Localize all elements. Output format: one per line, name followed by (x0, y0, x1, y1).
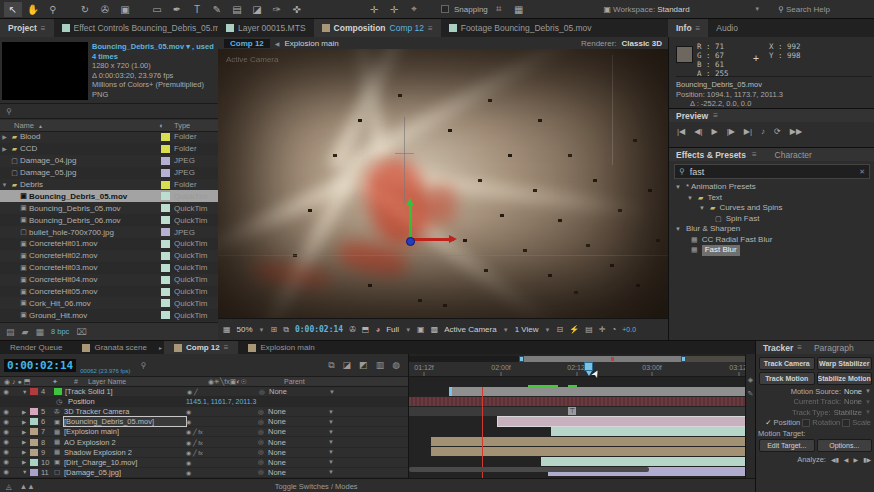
tab-tracker[interactable]: Tracker (763, 343, 793, 353)
camera-view-dropdown-arrow[interactable]: ▼ (503, 327, 509, 333)
footage-info-name[interactable]: Bouncing_Debris_05.mov ▾ , used 4 times (92, 42, 216, 61)
label-color-chip[interactable] (161, 276, 170, 284)
file-row[interactable]: ▣ConcreteHit03.movQuickTim (0, 262, 218, 274)
label-color-chip[interactable] (161, 264, 170, 272)
tab-character[interactable]: Character (775, 150, 812, 160)
analyze-forward-1-button[interactable]: ▮▶ (863, 456, 871, 463)
parent-pickwhip-icon[interactable]: ◎ (258, 448, 268, 456)
parent-dropdown-arrow[interactable]: ▼ (328, 429, 334, 435)
tab-footage[interactable]: Footage Bouncing_Debris_05.mov (441, 19, 600, 37)
horizontal-scrollbar[interactable] (409, 467, 649, 472)
tab-composition[interactable]: Composition Comp 12 ≡ (314, 19, 441, 37)
label-color-chip[interactable] (30, 439, 38, 446)
current-track-select[interactable]: None (844, 397, 862, 406)
column-layer-name[interactable]: Layer Name (88, 378, 208, 385)
visibility-eye-icon[interactable]: ◉ (0, 448, 12, 456)
comp-nav-back-icon[interactable]: ◀ (275, 40, 280, 47)
new-composition-icon[interactable]: ▦ (35, 327, 44, 337)
new-folder-icon[interactable]: ▰ (22, 327, 29, 337)
panel-menu-icon[interactable]: ≡ (41, 24, 46, 33)
twirl-icon[interactable]: ▶ (22, 419, 30, 425)
parent-dropdown-arrow[interactable]: ▼ (329, 389, 335, 395)
label-color-chip[interactable] (30, 449, 38, 456)
twirl-icon[interactable]: ▶ (0, 133, 9, 140)
shape-tool-icon[interactable]: ▭ (148, 2, 166, 17)
camera-tool-icon[interactable]: ✇ (96, 2, 114, 17)
file-row[interactable]: ▣ConcreteHit04.movQuickTim (0, 274, 218, 286)
label-color-chip[interactable] (161, 204, 170, 212)
parent-pickwhip-icon[interactable]: ◎ (259, 388, 269, 396)
scale-checkbox[interactable] (842, 419, 850, 427)
panel-menu-icon[interactable]: ≡ (428, 24, 433, 33)
rotate-tool-icon[interactable]: ↻ (76, 2, 94, 17)
time-drag-handle[interactable]: ⊤ (568, 407, 576, 415)
visibility-eye-icon[interactable]: ◉ (0, 428, 12, 436)
parent-pickwhip-icon[interactable]: ◎ (258, 438, 268, 446)
time-ruler[interactable]: 01:12f 02:00f 02:12f 03:00f 03:12f (409, 362, 746, 377)
parent-pickwhip-icon[interactable]: ◎ (258, 468, 268, 476)
workspace-dropdown-arrow[interactable]: ▼ (754, 6, 760, 12)
position-value[interactable]: 1145.1, 1161.7, 2011.3 (186, 398, 256, 405)
renderer-button[interactable]: Classic 3D (622, 39, 662, 48)
channel-icon[interactable]: ◕ (375, 325, 380, 334)
tab-granata-scene[interactable]: Granata scene (72, 341, 156, 354)
property-row-position[interactable]: ◷ Position 1145.1, 1161.7, 2011.3 (0, 397, 408, 407)
analyze-forward-button[interactable]: ▶ (853, 456, 858, 463)
ram-preview-button[interactable]: ▶▶ (790, 127, 802, 136)
safe-margins-icon[interactable]: ⊞ (271, 325, 278, 334)
tab-audio[interactable]: Audio (708, 19, 746, 37)
layer-row[interactable]: ◉ ▼ 11 ▢ [Damage_05.jpg] ◉ ◎ None ▼ (0, 468, 408, 478)
label-color-chip[interactable] (161, 169, 170, 177)
type-tool-icon[interactable]: T (188, 2, 206, 17)
label-color-chip[interactable] (161, 157, 170, 165)
graph-editor-icon[interactable]: ✎ (748, 390, 754, 398)
hide-shy-layers-icon[interactable]: ◩ (359, 360, 368, 370)
tree-node[interactable]: ▼▰Text (675, 193, 874, 204)
position-checkbox[interactable]: Position (774, 418, 801, 427)
view-axis-mode-icon[interactable]: ⌖ (405, 2, 423, 17)
parent-select[interactable]: None (268, 448, 328, 457)
parent-select[interactable]: None (268, 438, 328, 447)
view-layout-select[interactable]: 1 View (515, 325, 539, 334)
tab-project[interactable]: Project ≡ (0, 19, 54, 37)
layer-bar-camera[interactable] (409, 407, 746, 416)
transparency-grid-icon[interactable]: ▩ (431, 325, 439, 334)
flowchart-icon[interactable]: ✛ (599, 325, 606, 334)
panel-menu-icon[interactable]: ≡ (797, 343, 802, 352)
visibility-eye-icon[interactable]: ◉ (0, 408, 12, 416)
layer-switches[interactable]: ◉ (186, 418, 258, 425)
dropdown-arrow[interactable]: ▼ (865, 388, 871, 394)
layer-bar-ao-explosion[interactable] (431, 437, 746, 446)
file-row[interactable]: ▢Damage_04.jpgJPEG (0, 155, 218, 167)
visibility-eye-icon[interactable]: ◉ (0, 468, 12, 476)
search-help-input[interactable]: Search Help (786, 5, 830, 14)
panel-menu-icon[interactable]: ≡ (696, 24, 701, 33)
label-color-chip[interactable] (30, 469, 38, 476)
exposure-value[interactable]: +0.0 (622, 326, 636, 333)
comp-nav-current[interactable]: Comp 12 (224, 39, 270, 48)
roi-icon[interactable]: ▣ (417, 325, 425, 334)
viewer-timecode[interactable]: 0:00:02:14 (295, 325, 343, 334)
brush-tool-icon[interactable]: ✎ (208, 2, 226, 17)
tab-effects-presets[interactable]: Effects & Presets (676, 150, 746, 160)
twirl-icon[interactable]: ▶ (22, 449, 30, 455)
label-color-chip[interactable] (161, 299, 170, 307)
composition-mini-flowchart-icon[interactable]: ⧉ (328, 360, 334, 371)
parent-dropdown-arrow[interactable]: ▼ (328, 409, 334, 415)
track-type-select[interactable]: Stabilize (834, 408, 862, 417)
label-color-chip[interactable] (161, 228, 170, 236)
show-snapshot-icon[interactable]: ⬒ (362, 325, 370, 334)
twirl-icon[interactable]: ▶ (0, 145, 9, 152)
parent-select[interactable]: None (268, 427, 328, 436)
tree-node[interactable]: ▦CC Radial Fast Blur (675, 235, 874, 246)
panel-menu-icon[interactable]: ≡ (752, 150, 757, 159)
snap-option-icon[interactable]: ⌗ (490, 2, 508, 17)
track-camera-button[interactable]: Track Camera (759, 357, 815, 370)
layer-switches[interactable]: ◉ (186, 469, 258, 476)
tab-preview[interactable]: Preview (676, 111, 708, 121)
layer-bar-explosion-main[interactable] (551, 427, 746, 436)
label-color-chip[interactable] (30, 388, 38, 395)
roto-brush-tool-icon[interactable]: ✑ (268, 2, 286, 17)
layer-switches[interactable]: ◉ ╱ fx (186, 449, 258, 456)
file-row[interactable]: ▶▰CCDFolder (0, 143, 218, 155)
